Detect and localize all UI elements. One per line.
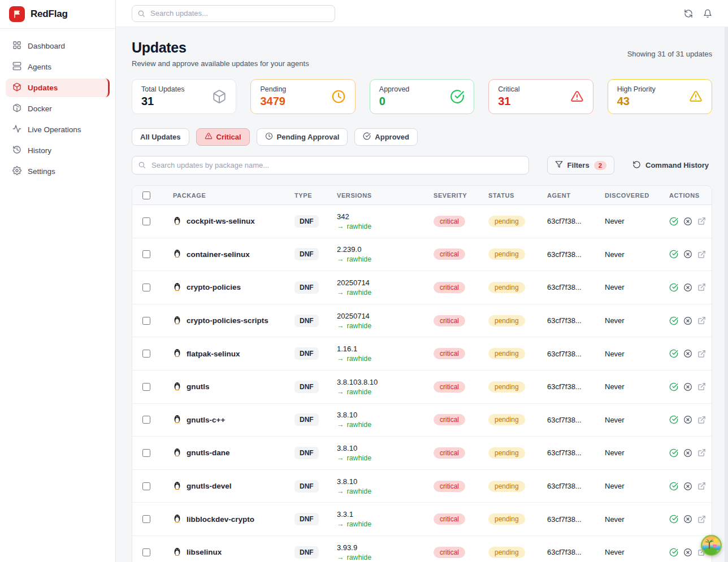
approve-icon[interactable]	[669, 448, 678, 458]
external-link-icon[interactable]	[697, 283, 706, 291]
funnel-icon	[555, 160, 563, 170]
tab-critical[interactable]: Critical	[196, 128, 250, 146]
status-badge: pending	[488, 547, 525, 558]
sidebar-item-docker[interactable]: Docker	[6, 99, 110, 118]
approve-icon[interactable]	[669, 382, 678, 391]
version-current: 20250714	[337, 312, 434, 320]
tab-all-updates[interactable]: All Updates	[132, 128, 189, 146]
reject-icon[interactable]	[683, 548, 692, 557]
external-link-icon[interactable]	[697, 482, 706, 490]
command-history-button[interactable]: Command History	[632, 160, 709, 171]
row-checkbox[interactable]	[142, 383, 150, 391]
select-all-checkbox[interactable]	[142, 191, 150, 199]
reject-icon[interactable]	[683, 283, 692, 292]
package-name: cockpit-ws-selinux	[187, 217, 255, 225]
reject-icon[interactable]	[683, 482, 692, 491]
penguin-icon	[173, 546, 181, 559]
sidebar-item-label: Agents	[28, 63, 51, 71]
redflag-logo-icon	[9, 6, 25, 22]
agent-id: 63cf7f38...	[547, 217, 605, 225]
global-search-input[interactable]	[132, 5, 335, 22]
filters-button[interactable]: Filters 2	[547, 156, 614, 175]
version-target: → rawhide	[337, 289, 434, 297]
approve-icon[interactable]	[669, 415, 678, 424]
external-link-icon[interactable]	[697, 448, 706, 457]
approve-icon[interactable]	[669, 250, 678, 259]
reject-icon[interactable]	[683, 448, 692, 458]
tab-label: All Updates	[140, 133, 181, 141]
tab-label: Pending Approval	[277, 133, 340, 141]
table-row: libblockdev-crypto DNF 3.3.1 → rawhide c…	[132, 503, 712, 536]
sidebar-item-live-operations[interactable]: Live Operations	[6, 120, 110, 139]
stat-label: Critical	[498, 85, 519, 93]
row-checkbox[interactable]	[142, 548, 150, 556]
reject-icon[interactable]	[683, 250, 692, 259]
tab-approved[interactable]: Approved	[354, 128, 418, 146]
sidebar-item-settings[interactable]: Settings	[6, 162, 110, 181]
package-name: gnutls-c++	[187, 416, 225, 424]
sidebar-item-updates[interactable]: Updates	[6, 79, 110, 97]
bell-icon[interactable]	[703, 9, 712, 18]
server-icon	[12, 62, 21, 72]
refresh-icon[interactable]	[684, 9, 693, 18]
approve-icon[interactable]	[669, 482, 678, 491]
package-search-input[interactable]	[132, 156, 529, 175]
external-link-icon[interactable]	[697, 350, 706, 358]
rotate-ccw-icon	[632, 160, 641, 171]
external-link-icon[interactable]	[697, 515, 706, 524]
reject-icon[interactable]	[683, 382, 692, 391]
stat-label: Approved	[379, 85, 410, 93]
sidebar-item-label: Dashboard	[28, 42, 65, 50]
reject-icon[interactable]	[683, 316, 692, 325]
sidebar-item-dashboard[interactable]: Dashboard	[6, 37, 110, 55]
filters-count-badge: 2	[594, 161, 606, 170]
row-checkbox[interactable]	[142, 217, 150, 225]
row-checkbox[interactable]	[142, 416, 150, 424]
reject-icon[interactable]	[683, 515, 692, 524]
version-target: → rawhide	[337, 487, 434, 495]
row-checkbox[interactable]	[142, 250, 150, 258]
type-badge: DNF	[294, 248, 319, 260]
row-checkbox[interactable]	[142, 350, 150, 358]
scrollbar[interactable]	[725, 27, 728, 562]
type-badge: DNF	[294, 281, 319, 294]
stat-card-critical: Critical 31	[488, 79, 593, 114]
version-current: 3.8.103.8.10	[337, 378, 434, 386]
package-name: flatpak-selinux	[187, 350, 240, 358]
arrow-right-icon: →	[337, 554, 344, 561]
external-link-icon[interactable]	[697, 316, 706, 325]
row-checkbox[interactable]	[142, 284, 150, 291]
approve-icon[interactable]	[669, 515, 678, 524]
external-link-icon[interactable]	[697, 416, 706, 424]
row-checkbox[interactable]	[142, 449, 150, 457]
arrow-right-icon: →	[337, 289, 344, 297]
approve-icon[interactable]	[669, 349, 678, 358]
brand: RedFlag	[0, 0, 115, 28]
command-history-label: Command History	[645, 161, 709, 169]
approve-icon[interactable]	[669, 548, 678, 557]
external-link-icon[interactable]	[697, 217, 706, 225]
approve-icon[interactable]	[669, 283, 678, 292]
sidebar-item-agents[interactable]: Agents	[6, 58, 110, 76]
clock-icon	[265, 132, 273, 142]
reject-icon[interactable]	[683, 217, 692, 226]
type-badge: DNF	[294, 413, 319, 426]
sidebar-item-history[interactable]: History	[6, 141, 110, 160]
external-link-icon[interactable]	[697, 250, 706, 259]
arrow-right-icon: →	[337, 355, 344, 363]
reject-icon[interactable]	[683, 349, 692, 358]
arrow-right-icon: →	[337, 487, 344, 495]
island-floating-button[interactable]	[701, 535, 722, 556]
tab-pending-approval[interactable]: Pending Approval	[257, 128, 348, 146]
row-checkbox[interactable]	[142, 317, 150, 325]
row-checkbox[interactable]	[142, 482, 150, 490]
reject-icon[interactable]	[683, 415, 692, 424]
arrow-right-icon: →	[337, 322, 344, 330]
topbar	[116, 0, 728, 27]
external-link-icon[interactable]	[697, 382, 706, 391]
approve-icon[interactable]	[669, 217, 678, 226]
approve-icon[interactable]	[669, 316, 678, 325]
package-name: libselinux	[187, 548, 222, 556]
row-checkbox[interactable]	[142, 515, 150, 523]
gear-icon	[12, 166, 21, 177]
